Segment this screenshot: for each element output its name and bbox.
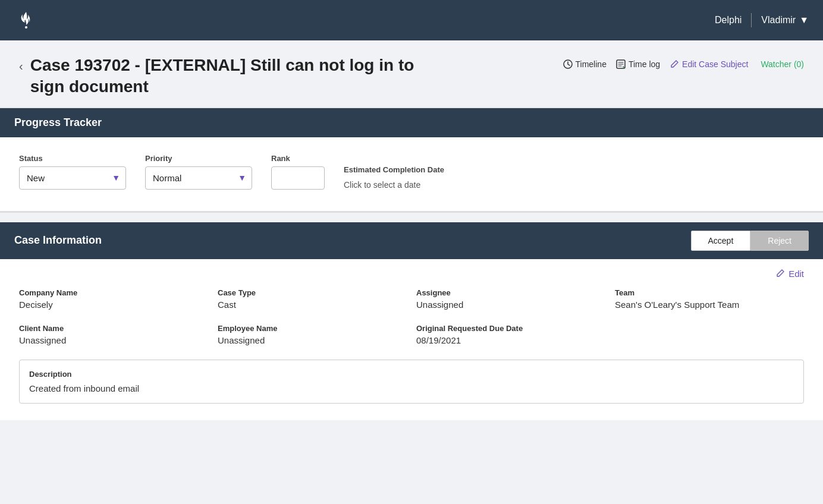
- timelog-icon: [616, 59, 626, 69]
- rank-label: Rank: [271, 154, 325, 163]
- status-field-group: Status New ▼: [19, 154, 126, 190]
- timelog-label: Time log: [629, 59, 660, 69]
- description-label: Description: [29, 370, 794, 379]
- progress-tracker-body: Status New ▼ Priority Normal ▼: [0, 137, 823, 211]
- status-select[interactable]: New: [19, 166, 126, 190]
- edit-label: Edit: [789, 269, 804, 279]
- svg-point-4: [623, 67, 624, 67]
- case-header: ‹ Case 193702 - [EXTERNAL] Still can not…: [0, 40, 823, 108]
- info-grid-row2: Client Name Unassigned Employee Name Una…: [19, 324, 804, 345]
- priority-select[interactable]: Normal: [145, 166, 252, 190]
- original-due-date-label: Original Requested Due Date: [416, 324, 605, 333]
- topnav-user-chevron: ▼: [799, 15, 809, 26]
- edit-icon: [775, 269, 785, 278]
- topnav-divider: [751, 13, 752, 27]
- logo: [14, 8, 38, 32]
- progress-tracker-section: Progress Tracker Status New ▼ Priority N…: [0, 108, 823, 213]
- company-name-label: Company Name: [19, 288, 208, 297]
- assignee-value: Unassigned: [416, 300, 605, 310]
- edit-row: Edit: [19, 269, 804, 279]
- description-box: Description Created from inbound email: [19, 360, 804, 404]
- client-name-cell: Client Name Unassigned: [19, 324, 208, 345]
- case-header-actions: Timeline Time log Edit Case Subject: [563, 55, 804, 69]
- company-name-value: Decisely: [19, 300, 208, 310]
- case-type-label: Case Type: [218, 288, 407, 297]
- status-label: Status: [19, 154, 126, 163]
- priority-label: Priority: [145, 154, 252, 163]
- edit-subject-icon: [670, 59, 679, 69]
- original-due-date-value: 08/19/2021: [416, 335, 605, 345]
- info-grid-row1: Company Name Decisely Case Type Cast Ass…: [19, 288, 804, 310]
- est-completion-field-group: Estimated Completion Date Click to selec…: [344, 165, 444, 190]
- team-label: Team: [615, 288, 804, 297]
- employee-name-cell: Employee Name Unassigned: [218, 324, 407, 345]
- case-title: Case 193702 - [EXTERNAL] Still can not l…: [30, 55, 447, 98]
- priority-field-group: Priority Normal ▼: [145, 154, 252, 190]
- edit-button[interactable]: Edit: [775, 269, 804, 279]
- logo-icon: [14, 8, 38, 32]
- timeline-action[interactable]: Timeline: [563, 59, 607, 69]
- employee-name-value: Unassigned: [218, 335, 407, 345]
- case-type-cell: Case Type Cast: [218, 288, 407, 310]
- case-info-section: Case Information Accept Reject Edit Comp…: [0, 222, 823, 420]
- case-info-title: Case Information: [14, 234, 102, 247]
- company-name-cell: Company Name Decisely: [19, 288, 208, 310]
- empty-cell: [615, 324, 804, 345]
- watcher-action[interactable]: Watcher (0): [758, 59, 804, 69]
- timeline-icon: [563, 59, 573, 69]
- accept-button[interactable]: Accept: [691, 231, 751, 251]
- svg-point-1: [25, 26, 27, 29]
- priority-select-wrapper: Normal ▼: [145, 166, 252, 190]
- case-info-header-actions: Accept Reject: [691, 231, 809, 251]
- timeline-label: Timeline: [576, 59, 607, 69]
- case-type-value: Cast: [218, 300, 407, 310]
- edit-subject-label: Edit Case Subject: [682, 59, 748, 69]
- description-value: Created from inbound email: [29, 383, 794, 393]
- topnav-right: Delphi Vladimir ▼: [715, 13, 809, 27]
- client-name-label: Client Name: [19, 324, 208, 333]
- employee-name-label: Employee Name: [218, 324, 407, 333]
- case-header-left: ‹ Case 193702 - [EXTERNAL] Still can not…: [19, 55, 447, 98]
- reject-button[interactable]: Reject: [750, 231, 809, 251]
- back-button[interactable]: ‹: [19, 59, 23, 73]
- status-select-wrapper: New ▼: [19, 166, 126, 190]
- est-completion-placeholder[interactable]: Click to select a date: [344, 178, 444, 190]
- topnav-user[interactable]: Vladimir ▼: [761, 15, 809, 26]
- progress-tracker-title: Progress Tracker: [14, 116, 102, 129]
- timelog-action[interactable]: Time log: [616, 59, 660, 69]
- progress-tracker-header: Progress Tracker: [0, 108, 823, 137]
- case-info-body: Edit Company Name Decisely Case Type Cas…: [0, 259, 823, 420]
- assignee-label: Assignee: [416, 288, 605, 297]
- main-content: ‹ Case 193702 - [EXTERNAL] Still can not…: [0, 40, 823, 504]
- rank-input[interactable]: [271, 166, 325, 190]
- assignee-cell: Assignee Unassigned: [416, 288, 605, 310]
- watcher-label: Watcher (0): [761, 59, 804, 69]
- topnav: Delphi Vladimir ▼: [0, 0, 823, 40]
- edit-case-subject-action[interactable]: Edit Case Subject: [670, 59, 748, 69]
- est-completion-label: Estimated Completion Date: [344, 165, 444, 174]
- team-cell: Team Sean's O'Leary's Support Team: [615, 288, 804, 310]
- rank-field-group: Rank: [271, 154, 325, 190]
- case-info-header: Case Information Accept Reject: [0, 222, 823, 259]
- team-value: Sean's O'Leary's Support Team: [615, 300, 804, 310]
- topnav-user-label: Vladimir: [761, 15, 796, 26]
- topnav-delphi-label: Delphi: [715, 15, 742, 26]
- original-due-date-cell: Original Requested Due Date 08/19/2021: [416, 324, 605, 345]
- client-name-value: Unassigned: [19, 335, 208, 345]
